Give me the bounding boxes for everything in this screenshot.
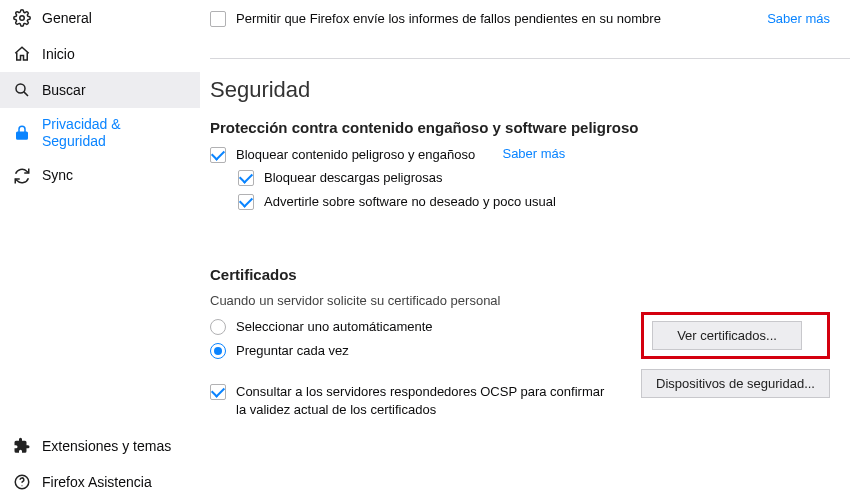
block-downloads-label: Bloquear descargas peligrosas (264, 169, 443, 187)
sidebar-item-support[interactable]: Firefox Asistencia (0, 464, 200, 500)
home-icon (12, 44, 32, 64)
sidebar-item-general[interactable]: General (0, 0, 200, 36)
block-downloads-checkbox[interactable] (238, 170, 254, 186)
divider (210, 58, 850, 59)
crash-reports-label: Permitir que Firefox envíe los informes … (236, 10, 661, 28)
sidebar-item-label: Firefox Asistencia (42, 474, 152, 491)
sidebar-item-label: Inicio (42, 46, 75, 63)
security-subheading: Protección contra contenido engañoso y s… (210, 119, 850, 136)
sidebar-item-label: Buscar (42, 82, 86, 99)
warn-unwanted-label: Advertirle sobre software no deseado y p… (264, 193, 556, 211)
sidebar-item-privacy[interactable]: Privacidad & Seguridad (0, 108, 200, 158)
puzzle-icon (12, 436, 32, 456)
gear-icon (12, 8, 32, 28)
sidebar-item-label: General (42, 10, 92, 27)
sync-icon (12, 166, 32, 186)
help-icon (12, 472, 32, 492)
warn-unwanted-checkbox[interactable] (238, 194, 254, 210)
sidebar-item-extensions[interactable]: Extensiones y temas (0, 428, 200, 464)
security-learn-more-link[interactable]: Saber más (502, 146, 565, 161)
sidebar-item-sync[interactable]: Sync (0, 158, 200, 194)
cert-radio-ask[interactable] (210, 343, 226, 359)
svg-line-2 (24, 92, 28, 96)
svg-point-1 (16, 84, 25, 93)
certificates-subtitle: Cuando un servidor solicite su certifica… (210, 293, 630, 308)
svg-point-5 (21, 485, 22, 486)
cert-radio-auto[interactable] (210, 319, 226, 335)
ocsp-checkbox[interactable] (210, 384, 226, 400)
ocsp-label: Consultar a los servidores respondedores… (236, 383, 616, 418)
sidebar-item-label: Sync (42, 167, 73, 184)
security-heading: Seguridad (210, 77, 850, 103)
certificates-heading: Certificados (210, 266, 630, 283)
sidebar-item-label: Extensiones y temas (42, 438, 171, 455)
cert-radio-auto-label: Seleccionar uno automáticamente (236, 318, 433, 336)
cert-radio-ask-label: Preguntar cada vez (236, 342, 349, 360)
security-devices-button[interactable]: Dispositivos de seguridad... (641, 369, 830, 398)
content-pane: Permitir que Firefox envíe los informes … (210, 0, 850, 424)
sidebar-item-home[interactable]: Inicio (0, 36, 200, 72)
search-icon (12, 80, 32, 100)
sidebar: General Inicio Buscar Privacidad & Segur… (0, 0, 200, 500)
sidebar-item-search[interactable]: Buscar (0, 72, 200, 108)
crash-learn-more-link[interactable]: Saber más (767, 11, 830, 26)
view-certificates-button[interactable]: Ver certificados... (652, 321, 802, 350)
highlight-box: Ver certificados... (641, 312, 830, 359)
block-dangerous-checkbox[interactable] (210, 147, 226, 163)
lock-icon (12, 123, 32, 143)
svg-rect-3 (17, 132, 28, 139)
svg-point-0 (20, 16, 25, 21)
crash-reports-checkbox[interactable] (210, 11, 226, 27)
sidebar-item-label: Privacidad & Seguridad (42, 116, 188, 150)
block-dangerous-label: Bloquear contenido peligroso y engañoso (236, 146, 475, 164)
